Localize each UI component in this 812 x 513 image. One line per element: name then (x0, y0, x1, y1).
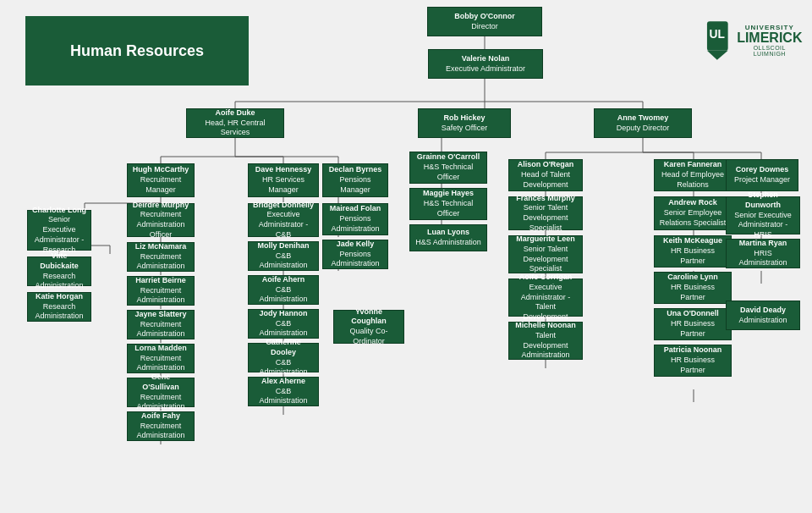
karen-title: Head of Employee Relations (659, 170, 727, 190)
katie-title: Research Administration (32, 302, 86, 322)
deirdre-box: Deirdre MurphyRecruitment Administration… (127, 203, 195, 237)
keith-name: Keith McKeague (659, 236, 727, 246)
marguerite-name: Marguerite Leen (513, 234, 578, 245)
deirdre-name: Deirdre Murphy (132, 201, 189, 211)
jody-box: Jody HannonC&B Administration (248, 309, 319, 339)
safety-name: Rob Hickey (442, 113, 487, 124)
martina-name: Martina Ryan (731, 239, 795, 249)
caroline-box: Caroline LynnHR Business Partner (654, 272, 732, 304)
charlotte-box: Charlotte LongSenior Executive Administr… (27, 210, 91, 251)
corey-box: Corey DownesProject Manager (726, 159, 798, 191)
harriet-name: Harriet Beirne (132, 276, 189, 286)
aoife-corrigan-title: Executive Administrator - Talent Develop… (513, 283, 578, 323)
patricia-name: Patricia Noonan (659, 345, 727, 356)
alison-name: Alison O'Regan (513, 160, 578, 170)
harriet-box: Harriet BeirneRecruitment Administration (127, 276, 195, 306)
hr-services-name: Dave Hennessy (253, 165, 314, 175)
hr-services-box: Dave HennessyHR Services Manager (248, 163, 319, 197)
alison-box: Alison O'ReganHead of Talent Development (508, 159, 583, 191)
patricia-box: Patricia NoonanHR Business Partner (654, 345, 732, 377)
header-title-text: Human Resources (70, 42, 204, 60)
maggie-box: Maggie HayesH&S Technical Officer (409, 188, 487, 220)
alex-title: C&B Administration (253, 387, 314, 406)
director-box: Bobby O'ConnorDirector (427, 7, 542, 36)
aoife-fahy-title: Recruitment Administration (132, 422, 189, 441)
david-title: Administration (738, 316, 787, 326)
hr-central-title: Head, HR Central Services (191, 119, 279, 138)
keith-title: HR Business Partner (659, 246, 727, 266)
karen-box: Karen FanneranHead of Employee Relations (654, 159, 732, 191)
yvonne-title: Quality Co-Ordinator (338, 327, 399, 346)
pensions-mgr-box: Declan ByrnesPensions Manager (322, 163, 388, 197)
hr-central-box: Aoife DukeHead, HR Central Services (186, 108, 284, 138)
pensions-mgr-title: Pensions Manager (327, 175, 383, 195)
charlotte-name: Charlotte Long (32, 206, 86, 216)
director-title: Director (454, 22, 515, 32)
aoife-fahy-box: Aoife FahyRecruitment Administration (127, 411, 195, 441)
lorna-box: Lorna MaddenRecruitment Administration (127, 344, 195, 373)
vilte-name: Vilte Dubickaite (32, 251, 86, 271)
molly-box: Molly DenihanC&B Administration (248, 241, 319, 271)
exec-admin-box: Valerie NolanExecutive Administrator (428, 49, 543, 79)
alex-name: Alex Aherne (253, 377, 314, 387)
hr-central-name: Aoife Duke (191, 108, 279, 119)
david-box: David DeadyAdministration (726, 301, 800, 330)
jayne-name: Jayne Slattery (132, 310, 189, 320)
martina-title: HRIS Administration (731, 249, 795, 268)
luan-title: H&S Administration (415, 238, 481, 248)
gene-box: Gene O'SullivanRecruitment Administratio… (127, 378, 195, 407)
liz-box: Liz McNamaraRecruitment Administration (127, 242, 195, 272)
lorna-name: Lorna Madden (132, 344, 189, 354)
gene-title: Recruitment Administration (132, 393, 189, 412)
andrew-name: Andrew Rock (659, 198, 727, 208)
frances-title: Senior Talent Development Specialist (513, 203, 578, 233)
alison-title: Head of Talent Development (513, 170, 578, 190)
jayne-box: Jayne SlatteryRecruitment Administration (127, 310, 195, 339)
safety-box: Rob HickeySafety Officer (418, 108, 511, 138)
vilte-box: Vilte DubickaiteResearch Administration (27, 256, 91, 286)
irish-name-text: OLLSCOIL LUIMNIGH (737, 45, 803, 57)
karen-name: Karen Fanneran (659, 160, 727, 170)
patricia-title: HR Business Partner (659, 356, 727, 375)
corey-title: Project Manager (734, 175, 790, 185)
safety-title: Safety Officer (442, 124, 487, 134)
jade-name: Jade Kelly (327, 240, 383, 250)
corey-name: Corey Downes (734, 165, 790, 175)
lorna-title: Recruitment Administration (132, 354, 189, 373)
harriet-title: Recruitment Administration (132, 286, 189, 306)
limerick-text: LIMERICK (737, 31, 803, 45)
katie-box: Katie HorganResearch Administration (27, 292, 91, 322)
jody-name: Jody Hannon (253, 309, 314, 319)
aoife-ahern-box: Aoife AhernC&B Administration (248, 275, 319, 305)
bridget-title: Executive Administrator - C&B (253, 210, 314, 240)
ul-crest-icon: UL (703, 19, 732, 62)
molly-name: Molly Denihan (253, 241, 314, 251)
caroline-name: Caroline Lynn (659, 273, 727, 283)
jade-title: Pensions Administration (327, 250, 383, 269)
molly-title: C&B Administration (253, 251, 314, 271)
stephen-name: Stephen Dunworth (731, 190, 795, 210)
michelle-name: Michelle Noonan (513, 321, 578, 331)
catherine-box: Catherine DooleyC&B Administration (248, 343, 319, 372)
jody-title: C&B Administration (253, 319, 314, 339)
michelle-box: Michelle NoonanTalent Development Admini… (508, 322, 583, 360)
recruit-mgr-title: Recruitment Manager (132, 175, 189, 195)
liz-title: Recruitment Administration (132, 252, 189, 272)
deputy-title: Deputy Director (617, 124, 670, 134)
charlotte-title: Senior Executive Administrator - Researc… (32, 215, 86, 255)
frances-box: Frances MurphySenior Talent Development … (508, 196, 583, 230)
maggie-title: H&S Technical Officer (414, 199, 482, 218)
page: Human Resources UL UNIVERSITY LIMERICK O… (0, 0, 812, 513)
ul-logo: UL UNIVERSITY LIMERICK OLLSCOIL LUIMNIGH (710, 13, 795, 68)
recruit-mgr-box: Hugh McCarthyRecruitment Manager (127, 163, 195, 197)
aoife-corrigan-name: Aoife Corrigan (513, 273, 578, 283)
marguerite-box: Marguerite LeenSenior Talent Development… (508, 235, 583, 273)
grainne-title: H&S Technical Officer (414, 163, 482, 182)
maggie-name: Maggie Hayes (414, 189, 482, 199)
ul-logo-text: UL UNIVERSITY LIMERICK OLLSCOIL LUIMNIGH (703, 19, 802, 62)
gene-name: Gene O'Sullivan (132, 372, 189, 392)
yvonne-name: Yvonne Coughlan (338, 307, 399, 327)
una-title: HR Business Partner (659, 319, 727, 339)
una-name: Una O'Donnell (659, 309, 727, 319)
martina-box: Martina RyanHRIS Administration (726, 239, 800, 268)
